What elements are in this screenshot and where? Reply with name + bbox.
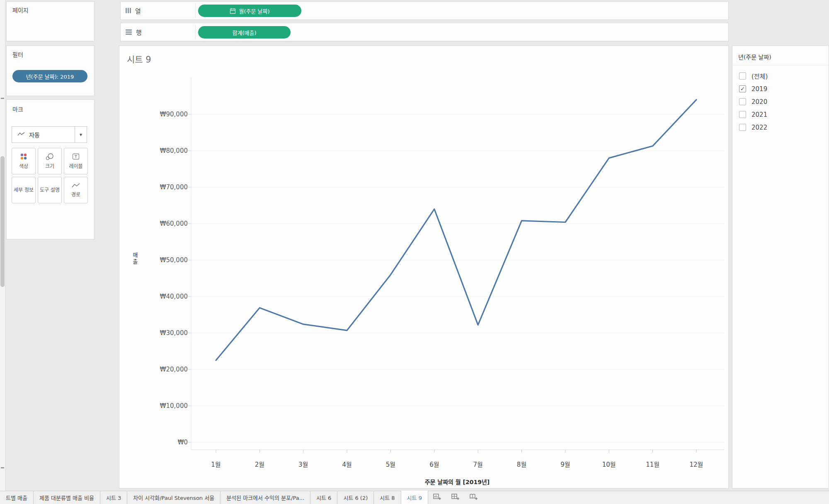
vertical-scrollbar-thumb[interactable]	[0, 156, 5, 287]
sheet-tab-label: 시트 6 (2)	[343, 494, 368, 502]
x-tick-label: 3월	[291, 460, 316, 468]
filters-shelf-card[interactable]: 필터 년(주문 날짜): 2019	[6, 46, 95, 96]
sheet-tab-label: 분석된 마크에서 수익의 분포/Pa...	[226, 494, 304, 502]
x-tick-label: 7월	[465, 460, 490, 468]
sheet-tab-label: 시트 9	[407, 494, 422, 502]
filter-option-label: 2019	[751, 85, 767, 93]
sheet-tab-시트-9[interactable]: 시트 9	[401, 491, 428, 504]
columns-pills-container: 월(주문 날짜)	[198, 5, 301, 17]
field-pill-label: 월(주문 날짜)	[239, 7, 269, 15]
filter-option-2021[interactable]: 2021	[732, 108, 829, 121]
tableau-window: 페이지 필터 년(주문 날짜): 2019 마크 자동 ▾ 색상크기레이블세부 …	[0, 0, 829, 504]
marks-button-label: 색상	[14, 164, 34, 170]
x-tick-label: 6월	[422, 460, 447, 468]
rows-shelf-label: 행	[136, 28, 142, 36]
mark-type-dropdown[interactable]: 자동 ▾	[12, 126, 87, 143]
data-pane-edge-strip	[0, 0, 5, 504]
y-tick-label: ₩70,000	[136, 183, 188, 191]
filter-option-2019[interactable]: ✓2019	[732, 82, 829, 95]
rows-pills-container: 합계(매출)	[198, 26, 291, 39]
year-filter-options: (전체)✓2019202020212022	[732, 70, 829, 134]
chevron-down-icon[interactable]: ▾	[75, 127, 87, 142]
new-dashboard-button[interactable]	[446, 491, 465, 504]
pages-card-title: 페이지	[12, 6, 29, 14]
sheet-tab-제품-대분류별-매출-비율[interactable]: 제품 대분류별 매출 비율	[34, 491, 100, 504]
x-tick-label: 8월	[509, 460, 534, 468]
pages-shelf-card[interactable]: 페이지	[6, 1, 95, 41]
columns-icon	[126, 8, 131, 13]
sheet-tab-시트-6[interactable]: 시트 6	[310, 491, 337, 504]
x-tick-label: 4월	[335, 460, 359, 468]
sheet-tab-분석된-마크에서-수익의-분포/Pa...[interactable]: 분석된 마크에서 수익의 분포/Pa...	[221, 491, 310, 504]
pane-resize-handle[interactable]	[1, 98, 4, 99]
date-field-icon	[230, 8, 236, 14]
year-filter-title: 년(주문 날짜)	[738, 53, 771, 61]
field-pill[interactable]: 합계(매출)	[198, 26, 291, 39]
x-tick-label: 11월	[640, 460, 665, 468]
filter-option-2022[interactable]: 2022	[732, 121, 829, 134]
marks-button-세부-정보[interactable]: 세부 정보	[12, 177, 36, 203]
marks-buttons-grid: 색상크기레이블세부 정보도구 설명경로	[12, 148, 90, 203]
sheet-tab-label: 제품 대분류별 매출 비율	[39, 494, 94, 502]
marks-button-label: 레이블	[66, 164, 86, 170]
marks-button-레이블[interactable]: 레이블	[64, 148, 88, 174]
filter-option-label: 2021	[751, 111, 767, 118]
filter-option-label: 2022	[751, 124, 767, 131]
filter-option-label: (전체)	[751, 72, 768, 80]
x-axis-title: 주문 날짜의 월 [2019년]	[374, 477, 540, 486]
new-story-icon	[469, 493, 478, 503]
filter-option-label: 2020	[751, 98, 767, 106]
columns-shelf[interactable]: 열 월(주문 날짜)	[120, 1, 729, 20]
checkbox-unchecked-icon[interactable]	[739, 72, 746, 80]
pane-resize-handle[interactable]	[1, 467, 4, 468]
sheet-tab-label: 트별 매출	[6, 494, 27, 502]
y-tick-label: ₩80,000	[136, 147, 188, 154]
color-dots-icon	[19, 153, 28, 162]
rows-shelf[interactable]: 행 합계(매출)	[120, 23, 729, 41]
sheet-tab-시트-3[interactable]: 시트 3	[100, 491, 127, 504]
path-line-icon	[71, 182, 80, 190]
size-circles-icon	[45, 153, 54, 162]
chart-canvas[interactable]	[119, 46, 728, 488]
filters-card-title: 필터	[12, 50, 23, 58]
field-pill[interactable]: 월(주문 날짜)	[198, 5, 301, 17]
marks-button-label: 도구 설명	[40, 187, 60, 193]
marks-button-경로[interactable]: 경로	[64, 177, 88, 203]
sheet-tab-트별-매출[interactable]: 트별 매출	[0, 491, 34, 504]
marks-button-색상[interactable]: 색상	[12, 148, 36, 174]
new-story-button[interactable]	[465, 491, 483, 504]
filter-option-전체[interactable]: (전체)	[732, 70, 829, 82]
line-series[interactable]	[216, 100, 696, 360]
filter-pill[interactable]: 년(주문 날짜): 2019	[12, 70, 87, 82]
y-tick-label: ₩50,000	[136, 256, 188, 264]
x-tick-label: 10월	[596, 460, 621, 468]
filter-option-2020[interactable]: 2020	[732, 95, 829, 108]
y-tick-label: ₩20,000	[136, 366, 188, 373]
mark-type-value: 자동	[29, 130, 40, 139]
y-tick-label: ₩40,000	[136, 293, 188, 300]
text-label-icon	[72, 153, 80, 162]
checkbox-unchecked-icon[interactable]	[739, 98, 746, 105]
x-tick-label: 2월	[247, 460, 272, 468]
marks-button-도구-설명[interactable]: 도구 설명	[38, 177, 62, 203]
sheet-tab-시트-8[interactable]: 시트 8	[374, 491, 401, 504]
new-worksheet-button[interactable]	[428, 491, 446, 504]
y-tick-label: ₩0	[136, 439, 188, 446]
x-tick-label: 1월	[204, 460, 228, 468]
y-tick-label: ₩90,000	[136, 111, 188, 118]
x-tick-label: 9월	[553, 460, 578, 468]
field-pill-label: 합계(매출)	[233, 29, 257, 36]
checkbox-unchecked-icon[interactable]	[739, 111, 746, 118]
columns-shelf-label: 열	[135, 6, 141, 15]
sheet-tab-label: 시트 8	[380, 494, 395, 502]
checkbox-unchecked-icon[interactable]	[739, 124, 746, 131]
marks-button-label: 세부 정보	[14, 187, 34, 193]
marks-button-크기[interactable]: 크기	[38, 148, 62, 174]
checkbox-checked-icon[interactable]: ✓	[739, 85, 746, 92]
line-mark-icon	[17, 131, 25, 138]
sheet-tab-시트-6-(2)[interactable]: 시트 6 (2)	[337, 491, 374, 504]
line-chart[interactable]: ₩0₩10,000₩20,000₩30,000₩40,000₩50,000₩60…	[119, 46, 728, 488]
field-pill-label: 년(주문 날짜): 2019	[26, 72, 74, 80]
sheet-tab-차이-시각화/Paul-Stevenson-서울[interactable]: 차이 시각화/Paul Stevenson 서울	[127, 491, 221, 504]
y-tick-label: ₩60,000	[136, 220, 188, 227]
